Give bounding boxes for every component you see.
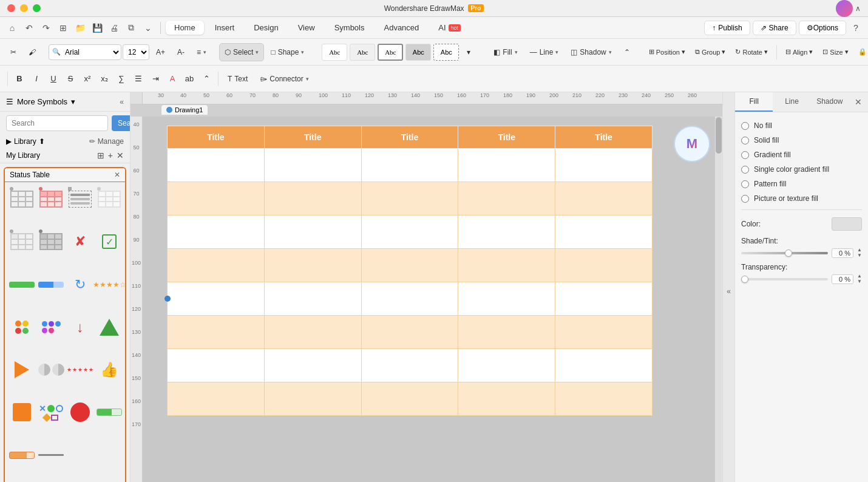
styles-expand-button[interactable]: ⌃ — [619, 43, 636, 61]
fill-tab[interactable]: Fill — [735, 92, 773, 112]
group-button[interactable]: ⧉ Group▾ — [691, 44, 730, 60]
symbol-item-dots-orange[interactable] — [8, 314, 35, 341]
solid-fill-radio[interactable] — [741, 137, 749, 144]
shade-slider[interactable] — [741, 252, 828, 254]
shade-value[interactable]: 0 % — [832, 248, 853, 258]
table-cell[interactable] — [361, 349, 458, 382]
tab-view[interactable]: View — [290, 21, 324, 35]
table-cell[interactable] — [361, 282, 458, 316]
home-icon[interactable]: ⌂ — [5, 21, 19, 35]
fill-button[interactable]: ◧Fill▾ — [488, 43, 523, 61]
print-icon[interactable]: 🖨 — [107, 21, 121, 35]
scrollbar-thumb[interactable] — [716, 117, 722, 154]
share-button[interactable]: ⇗Share — [753, 21, 796, 35]
table-cell[interactable] — [264, 316, 361, 349]
solid-fill-option[interactable]: Solid fill — [741, 133, 862, 148]
symbol-item-check-green[interactable]: ✓ — [96, 228, 123, 255]
table-cell[interactable] — [361, 316, 458, 349]
watermark-logo[interactable]: M — [674, 126, 710, 162]
table-cell[interactable] — [264, 382, 361, 416]
symbol-item-gray-solid[interactable] — [38, 228, 64, 255]
library-label[interactable]: ▶ Library ⬆ — [6, 137, 45, 146]
table-cell[interactable] — [458, 216, 555, 249]
symbol-item-progress-orange[interactable] — [8, 442, 35, 469]
symbol-item-arrow-down[interactable]: ↓ — [67, 314, 93, 341]
text-tool-button[interactable]: TText — [222, 70, 253, 88]
list-button[interactable]: ☰ — [131, 71, 146, 87]
align-button[interactable]: ≡ ▾ — [191, 43, 212, 61]
sidebar-controls[interactable]: « — [120, 98, 124, 106]
bold-button[interactable]: B — [12, 71, 27, 87]
single-gradient-radio[interactable] — [741, 166, 749, 174]
rotate-button[interactable]: ↻ Rotate▾ — [731, 44, 771, 60]
symbol-item-gray-light[interactable] — [96, 186, 123, 212]
shade-down[interactable]: ▼ — [857, 253, 862, 258]
color-swatch[interactable] — [832, 217, 862, 231]
tab-symbols[interactable]: Symbols — [326, 21, 373, 35]
transparency-slider[interactable] — [741, 278, 828, 280]
symbol-item-stars-red[interactable]: ★★★★★ — [67, 356, 93, 383]
table-cell[interactable] — [168, 149, 265, 182]
size-button[interactable]: ⊡ Size▾ — [819, 44, 852, 60]
table-cell[interactable] — [264, 249, 361, 282]
symbol-item-table-outline[interactable] — [8, 186, 35, 212]
table-cell[interactable] — [458, 349, 555, 382]
table-cell[interactable] — [264, 349, 361, 382]
position-button[interactable]: ⊞ Position▾ — [645, 44, 689, 60]
font-increase-button[interactable]: A+ — [151, 43, 171, 61]
italic-button[interactable]: I — [29, 71, 44, 87]
align-button2[interactable]: ⊟ Align▾ — [782, 44, 816, 60]
table-cell[interactable] — [555, 316, 653, 349]
shade-stepper[interactable]: ▲ ▼ — [857, 248, 862, 258]
undo-icon[interactable]: ↶ — [22, 21, 36, 35]
single-gradient-option[interactable]: Single color gradient fill — [741, 162, 862, 177]
close-status-icon[interactable]: ✕ — [114, 171, 120, 179]
symbol-search-input[interactable] — [6, 115, 108, 131]
table-cell[interactable] — [264, 216, 361, 249]
shape-tool-button[interactable]: □Shape▾ — [265, 43, 310, 61]
table-row[interactable] — [168, 216, 653, 249]
table-row[interactable] — [168, 282, 653, 316]
symbol-item-line-gray[interactable] — [38, 442, 64, 469]
lock-button[interactable]: 🔒 Lock▾ — [855, 44, 868, 60]
select-tool-button[interactable]: ⬡Select▾ — [219, 43, 264, 61]
table-row[interactable] — [168, 182, 653, 216]
table-cell[interactable] — [458, 149, 555, 182]
save-icon[interactable]: 💾 — [90, 21, 104, 35]
trans-up[interactable]: ▲ — [857, 274, 862, 279]
minimize-button[interactable] — [20, 4, 28, 12]
tab-advanced[interactable]: Advanced — [375, 21, 427, 35]
symbol-item-progress-green2[interactable] — [96, 399, 123, 426]
copy-icon[interactable]: ⧉ — [124, 21, 138, 35]
table-cell[interactable] — [361, 216, 458, 249]
font-decrease-button[interactable]: A- — [172, 43, 190, 61]
gradient-fill-radio[interactable] — [741, 151, 749, 159]
cut-button[interactable]: ✂ — [5, 43, 22, 61]
symbol-item-hand[interactable]: 👍 — [96, 356, 123, 383]
table-cell[interactable] — [555, 382, 653, 416]
symbol-item-triangle-green[interactable] — [96, 314, 123, 341]
collapse-panel-button[interactable]: « — [722, 92, 734, 482]
symbol-item-box-orange[interactable] — [8, 399, 35, 426]
symbol-search-button[interactable]: Search — [112, 115, 131, 131]
user-avatar[interactable] — [836, 0, 853, 17]
symbol-item-dots-multi[interactable] — [38, 314, 64, 341]
style-card-5[interactable]: Abc — [433, 44, 459, 61]
table-cell[interactable] — [555, 349, 653, 382]
table-cell[interactable] — [555, 182, 653, 216]
font-color-button[interactable]: A — [164, 71, 180, 87]
styles-more-button[interactable]: ▾ — [461, 43, 476, 61]
trans-stepper[interactable]: ▲ ▼ — [857, 274, 862, 284]
maximize-button[interactable] — [33, 4, 41, 12]
open-icon[interactable]: 📁 — [73, 21, 87, 35]
publish-button[interactable]: ↑Publish — [704, 21, 750, 35]
line-button[interactable]: —Line▾ — [524, 43, 565, 61]
format-paint-button[interactable]: 🖌 — [23, 43, 41, 61]
vertical-scrollbar[interactable] — [715, 117, 722, 482]
tab-ai[interactable]: AI hot — [430, 21, 469, 35]
line-tab[interactable]: Line — [773, 92, 810, 112]
trans-down[interactable]: ▼ — [857, 279, 862, 284]
transparency-thumb[interactable] — [741, 276, 748, 283]
table-cell[interactable] — [555, 149, 653, 182]
table-cell[interactable] — [458, 249, 555, 282]
